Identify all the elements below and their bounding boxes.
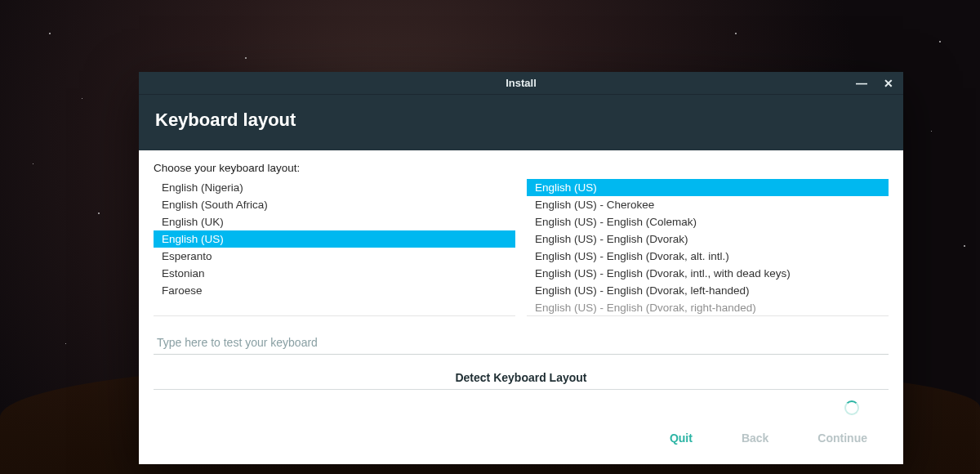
loading-spinner-icon xyxy=(844,400,859,415)
layout-listbox[interactable]: English (Nigeria) English (South Africa)… xyxy=(154,179,515,316)
detect-keyboard-button[interactable]: Detect Keyboard Layout xyxy=(154,366,889,390)
titlebar[interactable]: Install — ✕ xyxy=(139,72,903,95)
variant-listbox[interactable]: English (US) English (US) - Cherokee Eng… xyxy=(527,179,889,316)
list-item[interactable]: English (US) xyxy=(527,179,889,196)
keyboard-test-field xyxy=(154,331,889,355)
list-item[interactable]: English (US) - English (Dvorak, alt. int… xyxy=(527,248,889,265)
list-item[interactable]: English (US) - English (Dvorak) xyxy=(527,230,889,248)
minimize-icon[interactable]: — xyxy=(851,74,872,93)
quit-button[interactable]: Quit xyxy=(670,432,693,445)
window-title: Install xyxy=(506,77,537,89)
list-item[interactable]: English (US) - English (Dvorak, intl., w… xyxy=(527,265,889,282)
list-item[interactable]: English (US) - English (Dvorak, right-ha… xyxy=(527,299,889,316)
layout-lists: English (Nigeria) English (South Africa)… xyxy=(154,179,889,316)
prompt-label: Choose your keyboard layout: xyxy=(154,162,889,174)
window-controls: — ✕ xyxy=(851,72,898,94)
footer-actions: Quit Back Continue xyxy=(154,422,889,456)
list-item[interactable]: English (US) xyxy=(154,230,515,248)
list-item[interactable]: Faroese xyxy=(154,282,515,299)
list-item[interactable]: English (UK) xyxy=(154,213,515,230)
list-item[interactable]: English (South Africa) xyxy=(154,196,515,213)
list-item[interactable]: Estonian xyxy=(154,265,515,282)
continue-button: Continue xyxy=(817,432,867,445)
list-item[interactable]: English (US) - English (Dvorak, left-han… xyxy=(527,282,889,299)
list-item[interactable]: English (US) - English (Colemak) xyxy=(527,213,889,230)
back-button: Back xyxy=(742,432,768,445)
header-band: Keyboard layout xyxy=(139,95,903,150)
keyboard-test-input[interactable] xyxy=(154,331,889,355)
list-item[interactable]: Esperanto xyxy=(154,248,515,265)
page-title: Keyboard layout xyxy=(155,110,887,131)
close-icon[interactable]: ✕ xyxy=(879,74,898,93)
list-item[interactable]: English (Nigeria) xyxy=(154,179,515,196)
installer-window: Install — ✕ Keyboard layout Choose your … xyxy=(139,72,903,464)
list-item[interactable]: English (US) - Cherokee xyxy=(527,196,889,213)
content-area: Choose your keyboard layout: English (Ni… xyxy=(139,150,903,464)
